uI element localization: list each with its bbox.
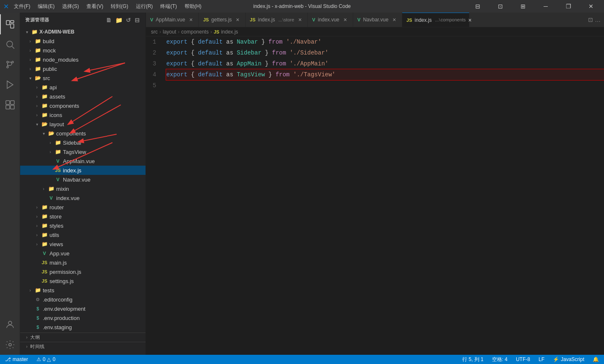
tree-item-utils[interactable]: › 📁 utils (20, 230, 146, 239)
menu-item-help[interactable]: 帮助(H) (182, 3, 204, 10)
appmain-tab-close-button[interactable]: × (187, 16, 194, 23)
styles-folder-icon: 📁 (40, 223, 49, 229)
tab-appmain-vue[interactable]: V AppMain.vue × (146, 13, 199, 27)
tab-getters-js[interactable]: JS getters.js × (199, 13, 245, 27)
tree-item-store[interactable]: › 📁 store (20, 212, 146, 221)
tree-item-router[interactable]: › 📁 router (20, 203, 146, 212)
split-editor-tab-button[interactable]: ⊡ (588, 16, 593, 23)
code-area[interactable]: export { default as Navbar } from './Nav… (163, 36, 604, 355)
breadcrumb-components[interactable]: components (181, 29, 208, 35)
debug-activity-icon[interactable] (0, 75, 20, 95)
tree-item-views[interactable]: › 📁 views (20, 239, 146, 249)
explorer-activity-icon[interactable] (0, 14, 20, 34)
close-window-button[interactable]: ✕ (581, 0, 601, 13)
tree-item-components[interactable]: › 📁 components (20, 101, 146, 110)
maximize-panel-button[interactable]: ⊞ (513, 0, 533, 13)
env-dev-file-icon: $ (34, 306, 42, 311)
section-timeline[interactable]: › 时间线 (20, 342, 146, 351)
error-count-status[interactable]: ⚠ 0 △ 0 (35, 356, 57, 362)
index-components-tab-icon: JS (406, 18, 412, 23)
tree-item-styles[interactable]: › 📁 styles (20, 221, 146, 230)
breadcrumb-src[interactable]: src (151, 29, 158, 35)
tree-item-permission-js[interactable]: › JS permission.js (20, 267, 146, 276)
feedback-status[interactable]: 🔔 (591, 356, 601, 362)
icons-label: icons (49, 112, 142, 118)
cursor-position-status[interactable]: 行 5, 列 1 (461, 356, 485, 363)
tree-item-env-dev[interactable]: › $ .env.development (20, 304, 146, 313)
tree-item-mixin[interactable]: › 📁 mixin (20, 184, 146, 193)
new-file-button[interactable]: 🗎 (105, 16, 113, 24)
menu-item-goto[interactable]: 转到(G) (108, 3, 130, 10)
minimize-window-button[interactable]: ─ (536, 0, 555, 13)
menu-item-terminal[interactable]: 终端(T) (158, 3, 179, 10)
tree-item-src[interactable]: ▾ 📂 src (20, 73, 146, 83)
tree-item-settings-js[interactable]: › JS settings.js (20, 276, 146, 286)
tree-item-index-js[interactable]: › JS index.js (20, 166, 146, 175)
settings-activity-icon[interactable] (0, 335, 20, 355)
assets-folder-icon: 📁 (40, 94, 49, 99)
assets-arrow-icon: › (34, 94, 40, 99)
tree-item-tagsview[interactable]: › 📁 TagsView (20, 147, 146, 156)
menu-item-run[interactable]: 运行(R) (133, 3, 156, 10)
tree-item-appmain[interactable]: › V AppMain.vue (20, 156, 146, 166)
scm-activity-icon[interactable] (0, 55, 20, 75)
tab-navbar-vue[interactable]: V Navbar.vue × (353, 13, 402, 27)
index-vue-tab-close-button[interactable]: × (342, 16, 349, 23)
tree-item-main-js[interactable]: › JS main.js (20, 258, 146, 267)
spaces-status[interactable]: 空格: 4 (490, 356, 509, 363)
tree-item-api[interactable]: › 📁 api (20, 83, 146, 92)
index-store-tab-close-button[interactable]: × (297, 16, 303, 23)
search-activity-icon[interactable] (0, 34, 20, 55)
menu-item-view[interactable]: 查看(V) (84, 3, 106, 10)
tree-item-index-vue[interactable]: › V index.vue (20, 193, 146, 203)
tree-item-env-prod[interactable]: › $ .env.production (20, 313, 146, 322)
tree-item-editorconfig[interactable]: › ⚙ .editorconfig (20, 295, 146, 304)
tree-item-node-modules[interactable]: › 📁 node_modules (20, 55, 146, 64)
tab-index-vue[interactable]: V index.vue × (308, 13, 353, 27)
status-bar-left: ⎇ master ⚠ 0 △ 0 (3, 356, 57, 362)
breadcrumb-file[interactable]: index.js (221, 29, 238, 35)
navbar-file-icon: V (54, 177, 62, 182)
tree-item-sidebar[interactable]: › 📁 Sidebar (20, 138, 146, 147)
tab-index-js-store[interactable]: JS index.js ...⧵store × (246, 13, 308, 27)
breadcrumb-layout[interactable]: layout (163, 29, 176, 35)
tab-index-js-components[interactable]: JS index.js ...⧵components × (402, 13, 469, 27)
menu-item-file[interactable]: 文件(F) (11, 3, 33, 10)
restore-window-button[interactable]: ❐ (559, 0, 578, 13)
section-outline[interactable]: › 大纲 (20, 333, 146, 342)
tree-item-build[interactable]: › 📁 build (20, 36, 146, 46)
tree-item-mock[interactable]: › 📁 mock (20, 46, 146, 55)
account-activity-icon[interactable] (0, 315, 20, 335)
extensions-activity-icon[interactable] (0, 95, 20, 115)
tree-item-env-staging[interactable]: › $ .env.staging (20, 322, 146, 332)
svg-rect-1 (10, 21, 14, 23)
menu-item-edit[interactable]: 编辑(E) (35, 3, 57, 10)
git-branch-status[interactable]: ⎇ master (3, 356, 30, 362)
src-label: src (43, 75, 142, 81)
collapse-all-button[interactable]: ⊟ (134, 16, 141, 24)
tree-item-assets[interactable]: › 📁 assets (20, 92, 146, 101)
split-editor-button[interactable]: ⊡ (491, 0, 510, 13)
tree-item-icons[interactable]: › 📁 icons (20, 110, 146, 120)
getters-tab-close-button[interactable]: × (234, 16, 241, 23)
more-tabs-button[interactable]: … (595, 16, 601, 23)
new-folder-button[interactable]: 📁 (115, 16, 124, 24)
index-components-tab-close-button[interactable]: × (468, 17, 471, 23)
language-mode-status[interactable]: ⚡ JavaScript (551, 356, 586, 362)
tree-item-public[interactable]: › 📁 public (20, 64, 146, 73)
layout-toggle-button[interactable]: ⊟ (468, 0, 487, 13)
line-ending-status[interactable]: LF (537, 356, 546, 362)
menu-item-select[interactable]: 选择(S) (60, 3, 81, 10)
tree-root[interactable]: ▾ 📁 X-ADMIN-WEB (20, 27, 146, 36)
encoding-status[interactable]: UTF-8 (514, 356, 532, 362)
app-vue-label: App.vue (49, 250, 142, 257)
code-l2-sidebar: Sidebar (237, 47, 261, 58)
tree-item-layout-components[interactable]: ▾ 📂 components (20, 129, 146, 138)
navbar-tab-close-button[interactable]: × (391, 16, 398, 23)
tree-item-app-vue[interactable]: › V App.vue (20, 249, 146, 258)
code-l1-sp3: } (258, 36, 268, 47)
tree-item-tests[interactable]: › 📁 tests (20, 286, 146, 295)
refresh-explorer-button[interactable]: ↺ (125, 16, 132, 24)
tree-item-layout[interactable]: ▾ 📂 layout (20, 120, 146, 129)
tree-item-navbar[interactable]: › V Navbar.vue (20, 175, 146, 184)
